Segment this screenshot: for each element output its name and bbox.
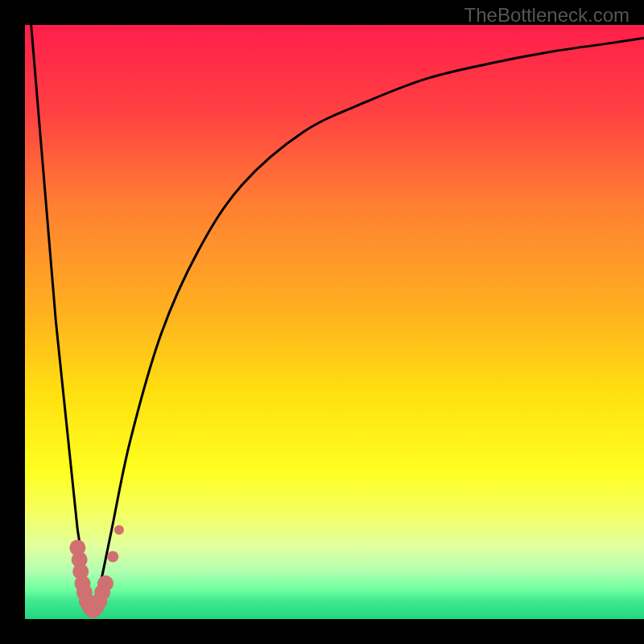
data-point [107, 551, 118, 563]
watermark-text: TheBottleneck.com [464, 4, 630, 27]
scatter-layer [25, 25, 644, 619]
data-point [114, 525, 124, 535]
data-point [97, 576, 114, 592]
chart-container [25, 25, 644, 619]
scatter-points [69, 525, 124, 618]
